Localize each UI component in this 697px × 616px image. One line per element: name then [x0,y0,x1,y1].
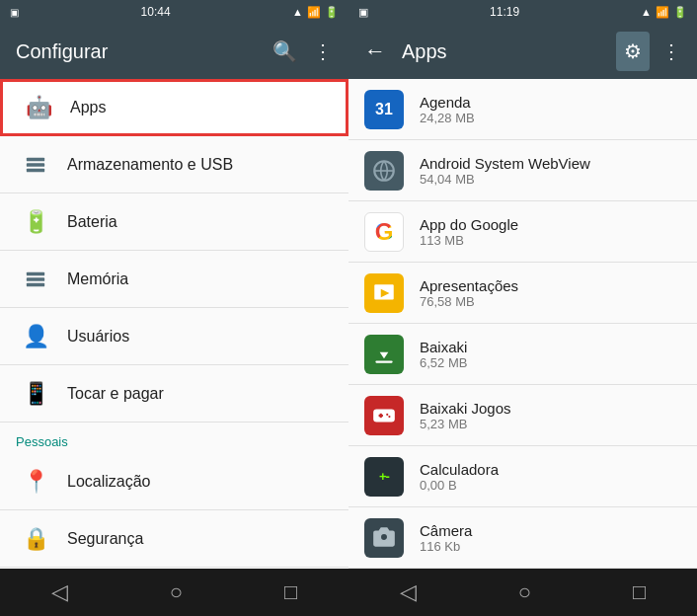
svg-rect-2 [27,168,44,172]
search-button-left[interactable]: 🔍 [272,39,297,63]
settings-item-security[interactable]: 🔒 Segurança [0,510,348,568]
agenda-info: Agenda 24,28 MB [420,94,475,125]
location-icon: 📍 [16,469,55,495]
app-item-webview[interactable]: Android System WebView 54,04 MB [348,140,697,201]
calculadora-icon: +- [364,457,404,497]
webview-size: 54,04 MB [420,172,590,187]
security-icon: 🔒 [16,526,55,552]
sb-left-icon: ▣ [10,7,19,18]
baixaki-size: 6,52 MB [420,355,467,370]
tap-pay-icon: 📱 [16,381,55,407]
sb-right-left-section: ▣ [358,6,368,19]
settings-list: 🤖 Apps Armazenamento e USB 🔋 Bateria Mem… [0,79,348,569]
status-right-right: ▲ 📶 🔋 [641,6,687,19]
apresentacoes-info: Apresentações 76,58 MB [420,277,518,309]
settings-item-memory[interactable]: Memória [0,251,348,308]
svg-rect-10 [375,360,392,362]
google-icon: G [364,212,404,252]
battery-label: Bateria [67,213,117,231]
baixaki-jogos-size: 5,23 MB [420,417,511,431]
security-label: Segurança [67,530,143,548]
google-name: App do Google [420,216,518,233]
users-label: Usuários [67,328,129,346]
agenda-name: Agenda [420,94,475,111]
more-button-left[interactable]: ⋮ [313,39,333,63]
more-button-right[interactable]: ⋮ [654,32,689,71]
baixaki-info: Baixaki 6,52 MB [420,339,467,370]
camera-info: Câmera 116 Kb [420,522,472,554]
home-button-right-nav[interactable]: ○ [518,579,531,605]
battery-icon-right: 🔋 [673,6,687,19]
status-bar-left: ▣ 10:44 ▲ 📶 🔋 [0,0,348,24]
svg-point-14 [386,413,388,415]
settings-item-tap-pay[interactable]: 📱 Tocar e pagar [0,365,348,423]
app-item-baixaki[interactable]: Baixaki 6,52 MB [348,324,697,385]
calculadora-size: 0,00 B [420,478,499,493]
back-button-left[interactable]: ◁ [51,579,68,605]
app-item-apresentacoes[interactable]: Apresentações 76,58 MB [348,263,697,324]
camera-name: Câmera [420,522,472,539]
baixaki-icon [364,335,404,374]
apresentacoes-icon [364,273,404,313]
webview-info: Android System WebView 54,04 MB [420,155,590,187]
users-icon: 👤 [16,324,55,349]
app-item-agenda[interactable]: 31 Agenda 24,28 MB [348,79,697,140]
wifi-icon-left: ▲ [292,6,303,18]
svg-rect-1 [27,163,44,167]
svg-point-16 [380,533,388,541]
signal-icon-left: 📶 [307,6,321,19]
app-item-calculadora[interactable]: +- Calculadora 0,00 B [348,446,697,507]
agenda-size: 24,28 MB [420,111,475,125]
baixaki-jogos-icon [364,396,404,435]
right-panel: ▣ 11:19 ▲ 📶 🔋 ← Apps ⚙ ⋮ 31 Agenda 24,28… [348,0,697,616]
app-item-baixaki-jogos[interactable]: Baixaki Jogos 5,23 MB [348,385,697,446]
left-panel: ▣ 10:44 ▲ 📶 🔋 Configurar 🔍 ⋮ 🤖 Apps Arma… [0,0,348,616]
baixaki-jogos-info: Baixaki Jogos 5,23 MB [420,400,511,431]
settings-item-location[interactable]: 📍 Localização [0,453,348,510]
apps-label: Apps [70,99,106,116]
calculadora-name: Calculadora [420,461,499,478]
google-size: 113 MB [420,233,518,248]
page-title-left: Configurar [16,40,108,63]
page-title-right: Apps [402,40,608,63]
baixaki-jogos-name: Baixaki Jogos [420,400,511,417]
storage-icon [16,154,55,176]
apresentacoes-name: Apresentações [420,277,518,294]
status-time-right: 11:19 [490,5,519,19]
storage-label: Armazenamento e USB [67,156,233,174]
battery-icon-left: 🔋 [325,6,339,19]
svg-rect-3 [27,271,44,275]
calculadora-info: Calculadora 0,00 B [420,461,499,493]
signal-icon-right: 📶 [656,6,669,19]
home-button-left[interactable]: ○ [170,579,183,605]
top-bar-actions-left: 🔍 ⋮ [272,39,333,63]
recent-button-right-nav[interactable]: □ [633,579,646,605]
google-info: App do Google 113 MB [420,216,518,248]
svg-rect-5 [27,282,44,286]
bottom-nav-left: ◁ ○ □ [0,569,348,616]
back-button-right-nav[interactable]: ◁ [400,579,417,605]
app-item-google[interactable]: G App do Google 113 MB [348,201,697,263]
gear-button-right[interactable]: ⚙ [616,32,650,71]
app-item-camera[interactable]: Câmera 116 Kb [348,507,697,569]
webview-icon [364,151,404,191]
back-button-right[interactable]: ← [364,38,386,64]
settings-item-users[interactable]: 👤 Usuários [0,308,348,365]
svg-rect-0 [27,157,44,161]
status-bar-right: ▣ 11:19 ▲ 📶 🔋 [348,0,697,24]
agenda-icon: 31 [364,90,404,129]
top-bar-right: ← Apps ⚙ ⋮ [348,24,697,79]
battery-icon: 🔋 [16,209,55,235]
settings-item-storage[interactable]: Armazenamento e USB [0,136,348,193]
memory-icon [16,269,55,290]
svg-rect-11 [373,409,395,422]
settings-item-apps[interactable]: 🤖 Apps [0,79,348,136]
settings-item-battery[interactable]: 🔋 Bateria [0,193,348,251]
status-right-left: ▲ 📶 🔋 [292,6,339,19]
memory-label: Memória [67,270,128,288]
webview-name: Android System WebView [420,155,590,172]
baixaki-name: Baixaki [420,339,467,355]
status-time-left: 10:44 [141,5,171,19]
recent-button-left[interactable]: □ [284,579,297,605]
location-label: Localização [67,473,151,491]
